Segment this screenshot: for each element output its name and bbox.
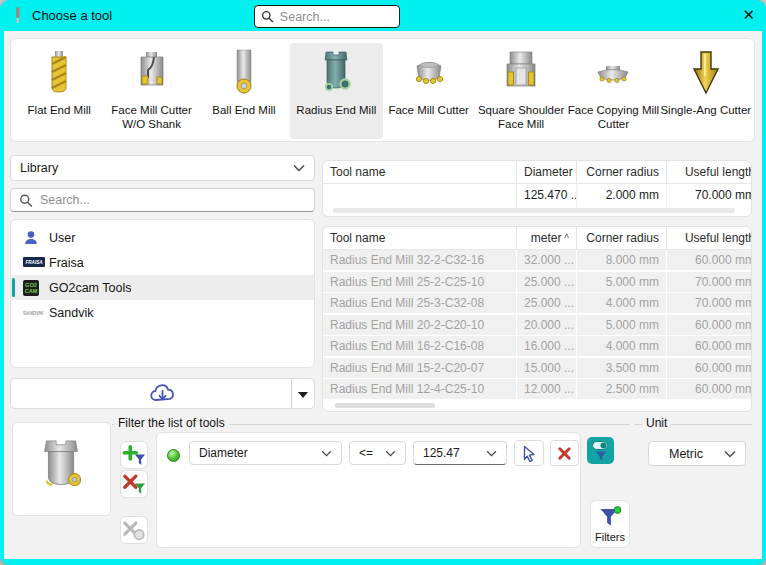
table-row[interactable]: Radius End Mill 25-3-C32-0825.000 ...4.0… (323, 293, 752, 313)
library-search-box[interactable] (10, 188, 315, 212)
table-row[interactable]: Radius End Mill 12-4-C25-1012.000 ...2.5… (323, 379, 752, 399)
table-cell: 70.000 mm (667, 293, 752, 313)
go2cam-logo: GO2CAM (23, 280, 49, 296)
table-row[interactable]: Radius End Mill 32-2-C32-1632.000 ...8.0… (323, 250, 752, 270)
column-header[interactable]: Corner radius (577, 227, 667, 249)
column-header[interactable]: meter ^ (517, 227, 577, 249)
unit-dropdown[interactable]: Metric (648, 441, 746, 466)
toggle-filter-button[interactable] (587, 437, 614, 464)
tool-type-radius-end-mill[interactable]: Radius End Mill (290, 43, 382, 139)
column-header[interactable]: Corner radius (577, 161, 667, 183)
ball-end-mill-icon (220, 46, 268, 102)
table-cell: 60.000 mm (667, 336, 752, 356)
tool-type-square-shoulder-face-mill[interactable]: Square Shoulder Face Mill (475, 43, 567, 139)
tool-preview (12, 422, 111, 516)
filter-group-label: Filter the list of tools (114, 416, 229, 430)
face-mill-cutter-icon (405, 46, 453, 102)
filter-value-combobox[interactable]: 125.47 (413, 441, 507, 465)
add-filter-button[interactable] (120, 441, 148, 469)
table-header-row: Tool namemeter ^Corner radiusUseful leng… (323, 227, 752, 250)
tool-type-flat-end-mill[interactable]: Flat End Mill (13, 43, 105, 139)
download-library-split-button[interactable] (10, 378, 315, 409)
dropdown-arrow-icon[interactable] (298, 392, 308, 398)
table-cell: 70.000 mm (667, 272, 752, 292)
radius-end-mill-icon (312, 46, 360, 102)
tool-type-face-mill-wo-shank[interactable]: Face Mill Cutter W/O Shank (105, 43, 197, 139)
face-copying-mill-cutter-icon (589, 46, 637, 102)
chevron-down-icon (293, 164, 305, 172)
column-header[interactable]: Useful length (667, 227, 752, 249)
filter-field-dropdown[interactable]: Diameter (189, 441, 342, 465)
table-cell: Radius End Mill 25-3-C32-08 (323, 293, 517, 313)
svg-text:FRAISA: FRAISA (25, 260, 42, 265)
table-row[interactable]: Radius End Mill 16-2-C16-0816.000 ...4.0… (323, 336, 752, 356)
chevron-down-icon (486, 450, 497, 457)
cursor-pointer-icon (521, 445, 537, 462)
filter-list: Diameter <= 125.47 (156, 432, 581, 548)
remove-filter-button[interactable] (120, 470, 148, 498)
unit-value: Metric (669, 447, 703, 461)
split-button-separator (291, 379, 292, 408)
search-icon (261, 9, 274, 24)
remove-filter-icon (122, 473, 146, 496)
tool-list-table: Tool namemeter ^Corner radiusUseful leng… (322, 226, 752, 412)
table-row[interactable]: Radius End Mill 25-2-C25-1025.000 ...5.0… (323, 272, 752, 292)
tool-type-ball-end-mill[interactable]: Ball End Mill (198, 43, 290, 139)
tool-type-label: Single-Ang Cutter (660, 103, 751, 117)
toggle-filter-icon (591, 440, 611, 461)
tool-type-face-copying-mill-cutter[interactable]: Face Copying Mill Cutter (567, 43, 659, 139)
title-search-input[interactable] (280, 10, 393, 24)
add-filter-icon (122, 444, 146, 467)
library-item-user[interactable]: User (11, 225, 314, 250)
filter-group-box: Filter the list of tools (112, 424, 630, 425)
column-header[interactable]: Diameter (517, 161, 577, 183)
library-dropdown[interactable]: Library (10, 155, 315, 181)
table-cell: 2.000 mm (577, 184, 667, 207)
table-row[interactable]: Radius End Mill 20-2-C20-1020.000 ...5.0… (323, 315, 752, 335)
tool-type-label: Face Copying Mill Cutter (567, 103, 659, 132)
table-cell: Radius End Mill 20-2-C20-10 (323, 315, 517, 335)
square-shoulder-face-mill-icon (497, 46, 545, 102)
table-cell: 4.000 mm (577, 293, 667, 313)
tool-type-face-mill-cutter[interactable]: Face Mill Cutter (383, 43, 475, 139)
column-header[interactable]: Tool name (323, 161, 517, 183)
library-list: User FRAISA Fraisa GO2CAM GO2cam Tools S… (10, 219, 315, 368)
close-icon[interactable]: ✕ (742, 6, 755, 24)
svg-text:GO2: GO2 (25, 282, 37, 288)
table-cell: Radius End Mill 32-2-C32-16 (323, 250, 517, 270)
clear-filters-button-disabled (120, 516, 148, 544)
horizontal-scrollbar[interactable] (333, 208, 735, 213)
tool-type-single-angle-cutter[interactable]: Single-Ang Cutter (660, 43, 752, 139)
sandvik-logo: SANDVIK (23, 309, 49, 317)
library-item-go2cam-tools[interactable]: GO2CAM GO2cam Tools (11, 275, 314, 300)
column-header[interactable]: Useful length (667, 161, 752, 183)
horizontal-scrollbar[interactable] (335, 403, 435, 408)
table-row[interactable]: 125.470 ...2.000 mm70.000 mm (323, 184, 752, 207)
chevron-down-icon (321, 450, 332, 457)
table-row[interactable]: Radius End Mill 15-2-C20-0715.000 ...3.5… (323, 358, 752, 378)
table-cell: Radius End Mill 25-2-C25-10 (323, 272, 517, 292)
filter-field-value: Diameter (199, 446, 248, 460)
filters-button[interactable]: Filters (590, 500, 630, 548)
title-search-box[interactable] (254, 5, 400, 28)
library-search-input[interactable] (40, 193, 306, 207)
table-cell: 60.000 mm (667, 379, 752, 399)
table-cell: 15.000 ... (517, 358, 577, 378)
pick-value-button[interactable] (514, 440, 544, 466)
filters-button-label: Filters (595, 531, 625, 543)
table-cell: Radius End Mill 12-4-C25-10 (323, 379, 517, 399)
delete-filter-row-button[interactable] (550, 440, 579, 466)
table-cell: 16.000 ... (517, 336, 577, 356)
library-item-fraisa[interactable]: FRAISA Fraisa (11, 250, 314, 275)
table-cell: 60.000 mm (667, 358, 752, 378)
library-item-sandvik[interactable]: SANDVIK Sandvik (11, 300, 314, 325)
filter-value: 125.47 (423, 446, 460, 460)
cloud-download-icon (149, 383, 177, 409)
filter-operator-dropdown[interactable]: <= (349, 441, 406, 465)
library-item-label: Fraisa (49, 256, 84, 270)
selected-tool-table: Tool nameDiameterCorner radiusUseful len… (322, 160, 752, 217)
choose-a-tool-dialog: Choose a tool ✕ Flat End Mill Face Mill … (0, 0, 766, 565)
svg-text:SANDVIK: SANDVIK (23, 311, 44, 316)
column-header[interactable]: Tool name (323, 227, 517, 249)
sort-ascending-icon: ^ (562, 233, 569, 244)
